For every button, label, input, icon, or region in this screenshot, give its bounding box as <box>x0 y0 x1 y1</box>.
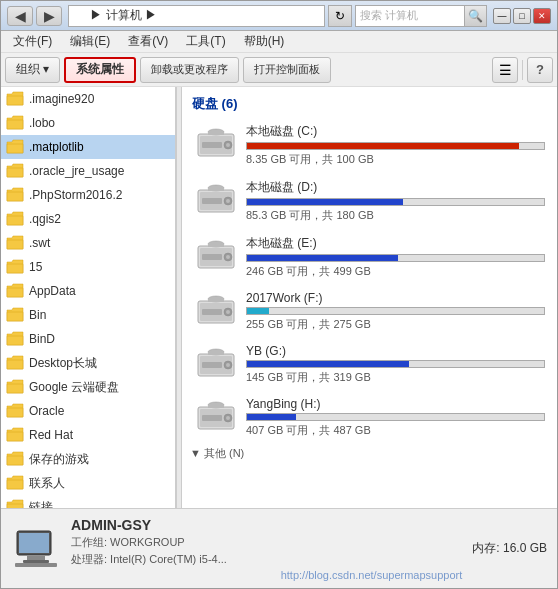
drive-item[interactable]: 本地磁盘 (E:) 246 GB 可用，共 499 GB <box>190 231 549 283</box>
sidebar-item[interactable]: .imagine920 <box>1 87 175 111</box>
drives-section-title: 硬盘 (6) <box>190 95 549 113</box>
drive-name: YangBing (H:) <box>246 397 545 411</box>
svg-rect-14 <box>7 432 23 441</box>
address-bar[interactable]: ▶ 计算机 ▶ <box>68 5 325 27</box>
sidebar-item[interactable]: 联系人 <box>1 471 175 495</box>
sidebar-item[interactable]: .matplotlib <box>1 135 175 159</box>
menu-tools[interactable]: 工具(T) <box>178 31 233 52</box>
sidebar-item-label: .lobo <box>29 116 55 130</box>
minimize-button[interactable]: — <box>493 8 511 24</box>
drive-item[interactable]: 本地磁盘 (C:) 8.35 GB 可用，共 100 GB <box>190 119 549 171</box>
drive-details: 407 GB 可用，共 487 GB <box>246 423 545 438</box>
sidebar-item[interactable]: Desktop长城 <box>1 351 175 375</box>
system-props-button[interactable]: 系统属性 <box>64 57 136 83</box>
menu-file[interactable]: 文件(F) <box>5 31 60 52</box>
folder-icon <box>5 257 25 277</box>
computer-icon <box>11 524 61 574</box>
svg-rect-4 <box>7 192 23 201</box>
close-button[interactable]: ✕ <box>533 8 551 24</box>
refresh-button[interactable]: ↻ <box>328 5 352 27</box>
search-button[interactable]: 🔍 <box>465 5 487 27</box>
sidebar-item-label: 联系人 <box>29 475 65 492</box>
help-button[interactable]: ? <box>527 57 553 83</box>
sidebar-item[interactable]: .qgis2 <box>1 207 175 231</box>
sidebar-item-label: Oracle <box>29 404 64 418</box>
organize-button[interactable]: 组织 ▾ <box>5 57 60 83</box>
drive-name: 本地磁盘 (C:) <box>246 123 545 140</box>
drive-item[interactable]: YB (G:) 145 GB 可用，共 319 GB <box>190 340 549 389</box>
view-toggle-button[interactable]: ☰ <box>492 57 518 83</box>
drive-name: 本地磁盘 (E:) <box>246 235 545 252</box>
drive-name: 2017Work (F:) <box>246 291 545 305</box>
drive-icon <box>194 400 238 436</box>
title-bar: ◀ ▶ ▶ 计算机 ▶ ↻ 搜索 计算机 🔍 — □ ✕ <box>1 1 557 31</box>
svg-rect-58 <box>202 415 222 421</box>
nav-buttons: ◀ ▶ <box>7 6 62 26</box>
drive-bar <box>247 361 409 367</box>
uninstall-button[interactable]: 卸载或更改程序 <box>140 57 239 83</box>
sidebar-item[interactable]: Red Hat <box>1 423 175 447</box>
sidebar-item[interactable]: .lobo <box>1 111 175 135</box>
search-placeholder: 搜索 计算机 <box>360 8 418 23</box>
svg-point-57 <box>226 416 230 420</box>
sidebar-item-label: BinD <box>29 332 55 346</box>
sidebar: .imagine920 .lobo .matplotlib <box>1 87 176 508</box>
menu-view[interactable]: 查看(V) <box>120 31 176 52</box>
main-content: .imagine920 .lobo .matplotlib <box>1 87 557 508</box>
svg-rect-7 <box>7 264 23 273</box>
drive-info: YangBing (H:) 407 GB 可用，共 487 GB <box>246 397 545 438</box>
sidebar-item[interactable]: Google 云端硬盘 <box>1 375 175 399</box>
drive-icon <box>194 183 238 219</box>
sidebar-item-label: Red Hat <box>29 428 73 442</box>
drive-item[interactable]: 2017Work (F:) 255 GB 可用，共 275 GB <box>190 287 549 336</box>
svg-point-22 <box>226 143 230 147</box>
sidebar-item[interactable]: 保存的游戏 <box>1 447 175 471</box>
svg-rect-11 <box>7 360 23 369</box>
menu-help[interactable]: 帮助(H) <box>236 31 293 52</box>
sidebar-item[interactable]: 15 <box>1 255 175 279</box>
svg-rect-13 <box>7 408 23 417</box>
svg-rect-64 <box>23 560 49 563</box>
svg-point-36 <box>226 255 230 259</box>
svg-rect-12 <box>7 384 23 393</box>
svg-rect-0 <box>7 96 23 105</box>
explorer-window: ◀ ▶ ▶ 计算机 ▶ ↻ 搜索 计算机 🔍 — □ ✕ 文件(F) 编辑(E)… <box>0 0 558 589</box>
maximize-button[interactable]: □ <box>513 8 531 24</box>
drive-bar-container <box>246 360 545 368</box>
drive-bar-container <box>246 254 545 262</box>
toolbar-divider <box>522 60 523 80</box>
sidebar-item[interactable]: 链接 <box>1 495 175 508</box>
svg-rect-65 <box>15 563 57 567</box>
sidebar-item-label: Bin <box>29 308 46 322</box>
sidebar-item[interactable]: AppData <box>1 279 175 303</box>
sidebar-item[interactable]: .swt <box>1 231 175 255</box>
drive-details: 8.35 GB 可用，共 100 GB <box>246 152 545 167</box>
search-box[interactable]: 搜索 计算机 <box>355 5 465 27</box>
drive-item[interactable]: YangBing (H:) 407 GB 可用，共 487 GB <box>190 393 549 442</box>
drive-info: 本地磁盘 (C:) 8.35 GB 可用，共 100 GB <box>246 123 545 167</box>
folder-icon <box>5 233 25 253</box>
forward-button[interactable]: ▶ <box>36 6 62 26</box>
sidebar-item[interactable]: BinD <box>1 327 175 351</box>
folder-icon <box>5 449 25 469</box>
sidebar-item[interactable]: .oracle_jre_usage <box>1 159 175 183</box>
svg-rect-3 <box>7 168 23 177</box>
menu-edit[interactable]: 编辑(E) <box>62 31 118 52</box>
control-panel-button[interactable]: 打开控制面板 <box>243 57 331 83</box>
sidebar-item-label: .swt <box>29 236 50 250</box>
right-panel: 硬盘 (6) 本地磁盘 (C:) 8.35 GB <box>182 87 557 508</box>
folder-icon <box>5 329 25 349</box>
drive-icon <box>194 239 238 275</box>
svg-point-43 <box>226 310 230 314</box>
back-button[interactable]: ◀ <box>7 6 33 26</box>
svg-rect-25 <box>208 132 224 135</box>
sidebar-item-label: .matplotlib <box>29 140 84 154</box>
sidebar-item[interactable]: Bin <box>1 303 175 327</box>
sidebar-item[interactable]: .PhpStorm2016.2 <box>1 183 175 207</box>
folder-icon <box>5 401 25 421</box>
sidebar-item-label: .oracle_jre_usage <box>29 164 124 178</box>
window-controls: — □ ✕ <box>493 8 551 24</box>
sidebar-item[interactable]: Oracle <box>1 399 175 423</box>
drive-item[interactable]: 本地磁盘 (D:) 85.3 GB 可用，共 180 GB <box>190 175 549 227</box>
sidebar-item-label: 保存的游戏 <box>29 451 89 468</box>
